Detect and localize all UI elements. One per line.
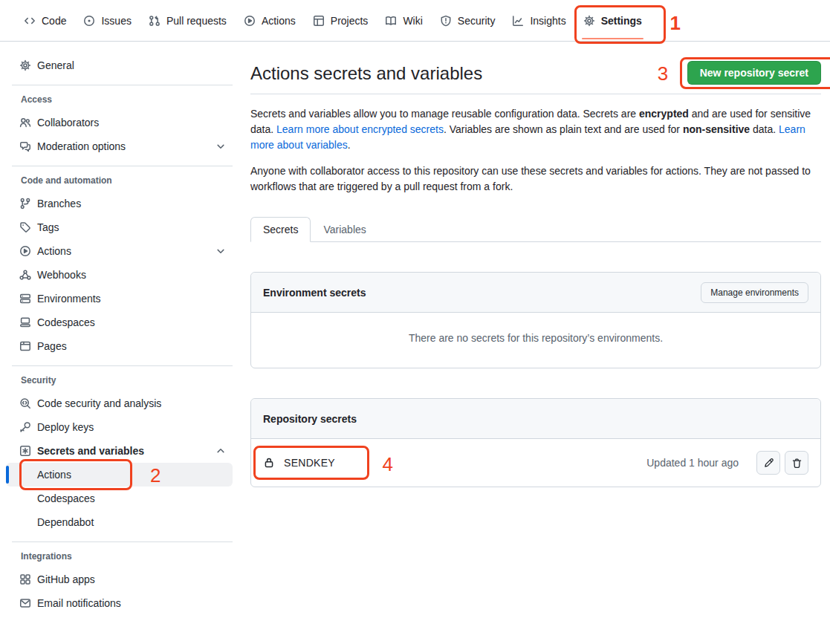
sidebar-item-webhooks[interactable]: Webhooks	[6, 263, 233, 287]
sidebar-item-label: Dependabot	[37, 516, 94, 528]
nav-tab-label: Insights	[530, 15, 565, 27]
gear-icon	[19, 59, 31, 71]
repository-secrets-box: Repository secrets SENDKEY 4 Updated 1 h…	[250, 398, 821, 487]
sidebar-item-codespaces[interactable]: Codespaces	[6, 487, 233, 510]
sidebar-item-label: Codespaces	[37, 492, 95, 504]
new-secret-button-wrap: 3 New repository secret	[687, 61, 821, 85]
play-icon	[19, 245, 31, 257]
sidebar-item-label: GitHub apps	[37, 573, 95, 585]
nav-tab-issues[interactable]: Issues	[77, 0, 137, 42]
sidebar-item-actions[interactable]: Actions	[6, 239, 233, 263]
sidebar-item-secrets-and-variables[interactable]: Secrets and variables	[6, 439, 233, 463]
book-icon	[385, 15, 397, 27]
nav-tab-label: Actions	[262, 15, 296, 27]
nav-tab-label: Code	[42, 15, 66, 27]
sidebar-item-actions[interactable]: Actions2	[6, 463, 233, 487]
annotation-number-1: 1	[669, 13, 680, 33]
github-repo-settings-page: CodeIssuesPull requestsActionsProjectsWi…	[0, 0, 830, 615]
nav-tab-settings[interactable]: Settings1	[577, 0, 648, 42]
nav-tab-label: Pull requests	[166, 15, 227, 27]
repository-secrets-title: Repository secrets	[263, 413, 357, 425]
sidebar-item-pages[interactable]: Pages	[6, 334, 233, 358]
tab-variables[interactable]: Variables	[311, 217, 378, 242]
sidebar-item-label: Code security and analysis	[37, 397, 161, 409]
nav-tab-label: Security	[458, 15, 496, 27]
sidebar-section-access: Access	[21, 94, 227, 105]
page-title: Actions secrets and variables	[250, 62, 482, 85]
annotation-number-2: 2	[150, 466, 161, 485]
new-repository-secret-button[interactable]: New repository secret	[687, 61, 821, 85]
nav-tab-security[interactable]: Security	[434, 0, 502, 42]
manage-environments-button[interactable]: Manage environments	[701, 282, 808, 303]
active-tab-underline	[582, 38, 643, 39]
sidebar-item-deploy-keys[interactable]: Deploy keys	[6, 415, 233, 439]
nav-tab-actions[interactable]: Actions	[238, 0, 302, 42]
nav-tab-wiki[interactable]: Wiki	[379, 0, 428, 42]
sidebar-item-label: Email notifications	[37, 597, 121, 609]
sidebar-item-label: Tags	[37, 221, 59, 233]
sidebar-divider	[12, 365, 233, 366]
inline-link[interactable]: Learn more about encrypted secrets	[276, 123, 444, 135]
intro-paragraph: Secrets and variables allow you to manag…	[250, 106, 821, 153]
mail-icon	[19, 597, 31, 609]
sidebar-divider	[12, 541, 233, 542]
sidebar-divider	[12, 85, 233, 85]
sidebar-section-code-and-automation: Code and automation	[21, 175, 227, 186]
pencil-icon	[763, 458, 774, 469]
sidebar-item-github-apps[interactable]: GitHub apps	[6, 567, 233, 591]
shield-icon	[440, 15, 452, 27]
sidebar-item-label: Moderation options	[37, 140, 126, 152]
text-run: Secrets and variables allow you to manag…	[250, 108, 639, 120]
sidebar-item-label: Actions	[37, 469, 71, 481]
tab-secrets[interactable]: Secrets	[250, 217, 311, 242]
environment-secrets-empty-text: There are no secrets for this repository…	[251, 313, 820, 368]
sidebar-item-code-security-and-analysis[interactable]: Code security and analysis	[6, 391, 233, 415]
nav-tab-pull-requests[interactable]: Pull requests	[143, 0, 233, 42]
text-run: . Variables are shown as plain text and …	[444, 123, 683, 135]
sidebar-item-branches[interactable]: Branches	[6, 192, 233, 215]
secret-name: SENDKEY	[284, 457, 335, 469]
settings-layout: GeneralAccessCollaboratorsModeration opt…	[0, 42, 830, 615]
comment-icon	[19, 140, 31, 152]
sidebar-divider	[12, 166, 233, 166]
secret-row-actions: Updated 1 hour ago	[646, 451, 808, 475]
edit-secret-button[interactable]	[756, 451, 780, 475]
sidebar-item-tags[interactable]: Tags	[6, 215, 233, 239]
webhook-icon	[19, 269, 31, 281]
codespaces-icon	[19, 316, 31, 328]
settings-sidebar: GeneralAccessCollaboratorsModeration opt…	[0, 42, 239, 615]
sidebar-item-codespaces[interactable]: Codespaces	[6, 310, 233, 334]
sidebar-item-general[interactable]: General	[6, 53, 233, 77]
sidebar-item-label: Webhooks	[37, 269, 86, 281]
sidebar-item-collaborators[interactable]: Collaborators	[6, 111, 233, 134]
text-run: .	[348, 139, 351, 151]
key-icon	[19, 421, 31, 433]
chevron-down-icon	[215, 140, 227, 152]
gear-icon	[583, 15, 595, 27]
sidebar-item-moderation-options[interactable]: Moderation options	[6, 134, 233, 158]
delete-secret-button[interactable]	[785, 451, 808, 475]
trash-icon	[791, 458, 803, 469]
asterisk-icon	[19, 445, 31, 457]
codescan-icon	[19, 397, 31, 409]
annotation-box-2	[19, 459, 132, 490]
chevron-down-icon	[215, 245, 227, 257]
sidebar-item-label: Actions	[37, 245, 71, 257]
sidebar-section-integrations: Integrations	[21, 551, 227, 562]
annotation-number-3: 3	[658, 64, 668, 83]
sidebar-item-email-notifications[interactable]: Email notifications	[6, 591, 233, 615]
secret-row: SENDKEY 4 Updated 1 hour ago	[251, 439, 820, 487]
sidebar-item-dependabot[interactable]: Dependabot	[6, 510, 233, 534]
server-icon	[19, 293, 31, 305]
environment-secrets-title: Environment secrets	[263, 287, 366, 299]
secret-updated-text: Updated 1 hour ago	[646, 457, 739, 469]
apps-icon	[19, 573, 31, 585]
nav-tab-insights[interactable]: Insights	[506, 0, 571, 42]
sidebar-item-label: Pages	[37, 340, 67, 352]
nav-tab-label: Wiki	[403, 15, 422, 27]
nav-tab-code[interactable]: Code	[18, 0, 72, 42]
sidebar-item-environments[interactable]: Environments	[6, 287, 233, 310]
nav-tab-projects[interactable]: Projects	[307, 0, 375, 42]
annotation-number-4: 4	[383, 455, 393, 474]
tag-icon	[19, 221, 31, 233]
